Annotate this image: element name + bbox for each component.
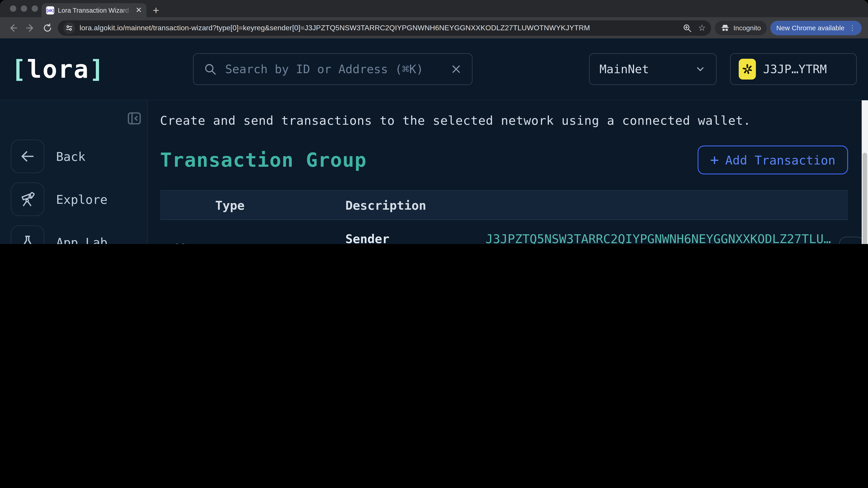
table-header-row: Type Description — [160, 190, 848, 220]
add-transaction-label: Add Transaction — [725, 153, 835, 167]
global-search[interactable] — [193, 53, 472, 85]
browser-window: [ak] Lora Transaction Wizard main ✕ + lo… — [0, 0, 868, 244]
drag-handle-icon[interactable] — [176, 243, 185, 244]
app-body: Back Explore App Lab — [0, 100, 868, 244]
logo-bracket: [ — [11, 55, 27, 84]
table-row: 1 Key Registration Sender J3JPZTQ5NSW3TA… — [160, 220, 848, 244]
chrome-update-chip[interactable]: New Chrome available ⋮ — [770, 21, 862, 35]
bookmark-star-icon[interactable]: ☆ — [698, 23, 706, 33]
sidebar-item-app-lab[interactable]: App Lab — [0, 225, 147, 244]
column-header-type: Type — [215, 198, 345, 212]
forward-icon[interactable] — [24, 21, 37, 35]
connected-wallet-button[interactable]: J3JP…YTRM — [730, 53, 857, 85]
chevron-down-icon — [694, 63, 706, 75]
sidebar-nav: Back Explore App Lab — [0, 139, 147, 244]
tab-favicon: [ak] — [46, 6, 54, 14]
tab-strip: [ak] Lora Transaction Wizard main ✕ + — [0, 0, 868, 17]
sidebar-item-explore[interactable]: Explore — [0, 182, 147, 217]
network-select[interactable]: MainNet — [589, 53, 717, 85]
lora-logo[interactable]: [lora] — [11, 55, 105, 84]
transaction-group-title: Transaction Group — [160, 149, 367, 171]
browser-toolbar: lora.algokit.io/mainnet/transaction-wiza… — [0, 17, 868, 38]
sidebar-item-label: Explore — [56, 192, 107, 206]
incognito-label: Incognito — [733, 24, 761, 32]
tab-title: Lora Transaction Wizard main — [58, 6, 132, 14]
tab-close-icon[interactable]: ✕ — [135, 6, 142, 14]
address-bar[interactable]: lora.algokit.io/mainnet/transaction-wiza… — [58, 20, 711, 35]
search-input[interactable] — [224, 62, 443, 76]
incognito-icon — [721, 23, 730, 32]
plus-icon: + — [710, 153, 719, 167]
incognito-badge: Incognito — [715, 21, 767, 35]
sidebar: Back Explore App Lab — [0, 100, 148, 244]
sidebar-collapse-icon[interactable] — [127, 111, 142, 126]
zoom-page-icon[interactable] — [683, 23, 692, 32]
logo-bracket: ] — [89, 55, 105, 84]
wallet-spark-icon — [739, 59, 756, 79]
lora-app: [lora] MainNet J3 — [0, 38, 868, 244]
minimize-window-button[interactable] — [21, 5, 27, 12]
page-scrollbar[interactable] — [862, 100, 868, 244]
close-window-button[interactable] — [10, 5, 16, 12]
sender-address-link[interactable]: J3JPZTQ5NSW3TARRC2QIYPGNWNH6NEYGGNXXKODL… — [486, 232, 831, 244]
new-tab-button[interactable]: + — [153, 5, 159, 16]
flask-icon — [11, 225, 44, 244]
zoom-window-button[interactable] — [32, 5, 38, 12]
reload-icon[interactable] — [41, 21, 54, 35]
back-icon[interactable] — [6, 21, 20, 35]
row-menu-icon[interactable]: ⋮ — [839, 237, 864, 244]
app-header: [lora] MainNet J3 — [0, 38, 868, 100]
field-label-sender: Sender — [345, 232, 486, 244]
arrow-left-icon — [11, 140, 44, 173]
sidebar-item-label: Back — [56, 149, 86, 163]
browser-menu-icon[interactable]: ⋮ — [849, 24, 856, 32]
add-transaction-button[interactable]: + Add Transaction — [698, 145, 848, 174]
main-content: Create and send transactions to the sele… — [148, 100, 868, 244]
network-selected-value: MainNet — [599, 62, 694, 76]
sidebar-item-label: App Lab — [56, 235, 107, 244]
chrome-update-label: New Chrome available — [776, 24, 844, 32]
column-header-description: Description — [345, 198, 807, 212]
transaction-table: Type Description 1 Key Registration Send… — [160, 190, 848, 244]
browser-tab[interactable]: [ak] Lora Transaction Wizard main ✕ — [41, 3, 147, 17]
search-icon — [204, 62, 217, 76]
site-settings-icon[interactable] — [63, 22, 75, 34]
telescope-icon — [11, 183, 44, 216]
scrollbar-thumb[interactable] — [863, 153, 867, 244]
url-text: lora.algokit.io/mainnet/transaction-wiza… — [80, 24, 676, 32]
sidebar-item-back[interactable]: Back — [0, 139, 147, 173]
traffic-lights — [10, 5, 38, 12]
search-clear-icon[interactable] — [450, 63, 462, 75]
row-description: Sender J3JPZTQ5NSW3TARRC2QIYPGNWNH6NEYGG… — [345, 232, 831, 244]
wallet-address-label: J3JP…YTRM — [763, 62, 827, 76]
page-description: Create and send transactions to the sele… — [160, 113, 848, 127]
logo-text: lora — [27, 55, 89, 84]
